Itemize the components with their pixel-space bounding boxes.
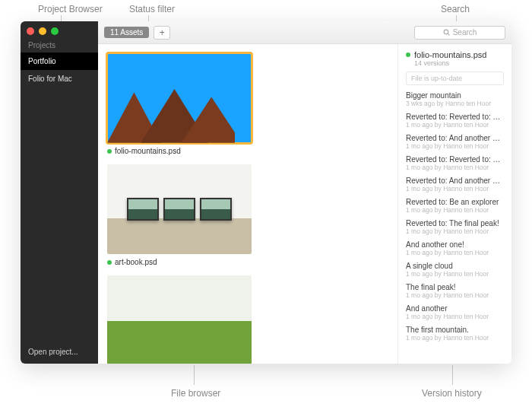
svg-line-1 bbox=[448, 33, 449, 35]
version-title: The final peak! bbox=[406, 283, 504, 291]
version-item[interactable]: Reverted to: And another one!1 mo ago by… bbox=[406, 176, 504, 192]
project-browser-sidebar: Projects Portfolio Folio for Mac Open pr… bbox=[21, 21, 98, 364]
uptodate-badge: File is up-to-date bbox=[406, 72, 504, 85]
version-title: Reverted to: The final peak! bbox=[406, 219, 504, 227]
version-title: Bigger mountain bbox=[406, 91, 504, 100]
version-count: 14 versions bbox=[414, 59, 504, 67]
status-dot-icon bbox=[406, 52, 410, 57]
callout-version-history: Version history bbox=[422, 388, 482, 399]
version-meta: 1 mo ago by Hanno ten Hoor bbox=[406, 334, 504, 342]
minimize-icon[interactable] bbox=[39, 27, 46, 35]
asset-rice-fields[interactable]: Rice fields I took this photo while on a… bbox=[107, 275, 252, 364]
version-item[interactable]: Bigger mountain3 wks ago by Hanno ten Ho… bbox=[406, 91, 504, 107]
callout-project-browser: Project Browser bbox=[38, 4, 103, 14]
window-controls bbox=[21, 21, 98, 38]
version-item[interactable]: Reverted to: The final peak!1 mo ago by … bbox=[406, 219, 504, 235]
sidebar-header: Projects bbox=[21, 38, 98, 52]
open-project-button[interactable]: Open project... bbox=[21, 340, 98, 364]
callout-line bbox=[452, 365, 453, 385]
asset-thumbnail bbox=[107, 53, 252, 143]
version-meta: 1 mo ago by Hanno ten Hoor bbox=[406, 291, 504, 299]
version-item[interactable]: The first mountain.1 mo ago by Hanno ten… bbox=[406, 326, 504, 342]
asset-folio-mountains[interactable]: folio-mountains.psd bbox=[107, 53, 252, 155]
svg-point-0 bbox=[444, 30, 448, 34]
status-dot-icon bbox=[107, 260, 112, 265]
version-title: And another one! bbox=[406, 240, 504, 249]
version-meta: 1 mo ago by Hanno ten Hoor bbox=[406, 164, 504, 171]
asset-thumbnail bbox=[107, 164, 252, 254]
version-meta: 1 mo ago by Hanno ten Hoor bbox=[406, 249, 504, 256]
version-title: Reverted to: Be an explorer bbox=[406, 198, 504, 206]
sidebar-item-folio-for-mac[interactable]: Folio for Mac bbox=[21, 70, 98, 87]
mountain-icon bbox=[107, 89, 235, 143]
status-dot-icon bbox=[107, 149, 112, 154]
asset-thumbnail bbox=[107, 275, 252, 364]
version-item[interactable]: A single cloud1 mo ago by Hanno ten Hoor bbox=[406, 262, 504, 278]
app-window: Projects Portfolio Folio for Mac Open pr… bbox=[21, 21, 511, 364]
search-icon bbox=[443, 29, 450, 36]
version-item[interactable]: And another1 mo ago by Hanno ten Hoor bbox=[406, 304, 504, 320]
asset-art-book[interactable]: art-book.psd bbox=[107, 164, 252, 266]
gallery-picture-icon bbox=[200, 198, 232, 221]
status-filter-button[interactable]: 11 Assets bbox=[104, 27, 149, 38]
version-meta: 3 wks ago by Hanno ten Hoor bbox=[406, 100, 504, 107]
asset-label: art-book.psd bbox=[115, 258, 157, 266]
version-item[interactable]: The final peak!1 mo ago by Hanno ten Hoo… bbox=[406, 283, 504, 299]
add-button[interactable]: + bbox=[154, 26, 170, 40]
sidebar-item-portfolio[interactable]: Portfolio bbox=[21, 52, 98, 70]
version-item[interactable]: Reverted to: Be an explorer1 mo ago by H… bbox=[406, 198, 504, 214]
version-title: Reverted to: Reverted to: The bbox=[406, 155, 504, 164]
main-area: 11 Assets + Search bbox=[98, 21, 511, 364]
version-meta: 1 mo ago by Hanno ten Hoor bbox=[406, 121, 504, 129]
asset-label: folio-mountains.psd bbox=[115, 147, 181, 155]
version-meta: 1 mo ago by Hanno ten Hoor bbox=[406, 313, 504, 320]
version-meta: 1 mo ago by Hanno ten Hoor bbox=[406, 206, 504, 214]
close-icon[interactable] bbox=[27, 27, 34, 35]
content-area: folio-mountains.psd art-book.psd bbox=[98, 44, 511, 364]
toolbar: 11 Assets + Search bbox=[98, 21, 511, 44]
version-title: A single cloud bbox=[406, 262, 504, 270]
version-meta: 1 mo ago by Hanno ten Hoor bbox=[406, 142, 504, 150]
version-filename: folio-mountains.psd bbox=[414, 50, 486, 59]
version-title: Reverted to: And another one! bbox=[406, 134, 504, 142]
maximize-icon[interactable] bbox=[51, 27, 59, 35]
version-title: The first mountain. bbox=[406, 326, 504, 334]
gallery-picture-icon bbox=[127, 198, 159, 221]
version-meta: 1 mo ago by Hanno ten Hoor bbox=[406, 227, 504, 235]
version-item[interactable]: Reverted to: Reverted to: The1 mo ago by… bbox=[406, 155, 504, 171]
version-history-panel: folio-mountains.psd 14 versions File is … bbox=[397, 44, 511, 364]
version-meta: 1 mo ago by Hanno ten Hoor bbox=[406, 185, 504, 192]
version-item[interactable]: Reverted to: And another one!1 mo ago by… bbox=[406, 134, 504, 150]
version-title: And another bbox=[406, 304, 504, 313]
search-placeholder: Search bbox=[453, 28, 477, 37]
file-browser: folio-mountains.psd art-book.psd bbox=[98, 44, 397, 364]
version-item[interactable]: And another one!1 mo ago by Hanno ten Ho… bbox=[406, 240, 504, 256]
callout-status-filter: Status filter bbox=[129, 4, 175, 14]
version-title: Reverted to: Reverted to: The bbox=[406, 113, 504, 121]
search-input[interactable]: Search bbox=[414, 26, 505, 40]
version-meta: 1 mo ago by Hanno ten Hoor bbox=[406, 270, 504, 278]
version-title: Reverted to: And another one! bbox=[406, 176, 504, 185]
gallery-picture-icon bbox=[163, 198, 195, 221]
callout-file-browser: File browser bbox=[171, 388, 220, 399]
callout-search: Search bbox=[441, 4, 470, 14]
callout-line bbox=[194, 365, 195, 385]
version-item[interactable]: Reverted to: Reverted to: The1 mo ago by… bbox=[406, 113, 504, 129]
